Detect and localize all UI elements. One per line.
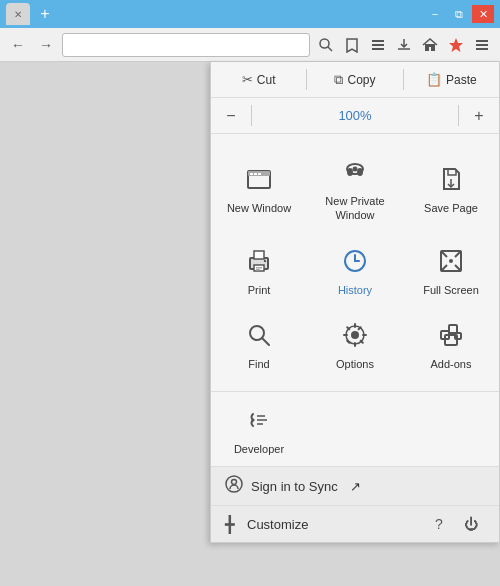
cut-icon: ✂	[242, 72, 253, 87]
history-item[interactable]: History	[307, 233, 403, 307]
star-icon[interactable]	[444, 33, 468, 57]
options-icon	[337, 317, 373, 353]
full-screen-item[interactable]: Full Screen	[403, 233, 499, 307]
window-controls: − ⧉ ✕	[424, 5, 494, 23]
url-bar[interactable]	[62, 33, 310, 57]
menu-icon[interactable]	[470, 33, 494, 57]
svg-rect-4	[372, 48, 384, 50]
print-icon	[241, 243, 277, 279]
find-icon	[241, 317, 277, 353]
history-icon	[337, 243, 373, 279]
svg-point-16	[357, 168, 363, 176]
svg-point-37	[252, 419, 255, 422]
full-screen-label: Full Screen	[423, 283, 479, 297]
customize-label: Customize	[247, 517, 417, 532]
cut-button[interactable]: ✂ Cut	[211, 62, 306, 97]
customize-right-buttons: ? ⏻	[425, 510, 485, 538]
svg-rect-24	[256, 269, 260, 271]
cursor-icon: ↗	[350, 479, 361, 494]
new-tab-button[interactable]: +	[34, 3, 56, 25]
new-window-item[interactable]: New Window	[211, 144, 307, 233]
save-page-icon	[433, 161, 469, 197]
edit-row: ✂ Cut ⧉ Copy 📋 Paste	[211, 62, 499, 98]
new-private-window-label: New PrivateWindow	[325, 194, 384, 223]
developer-row: Developer	[211, 392, 499, 467]
new-window-label: New Window	[227, 201, 291, 215]
full-screen-icon	[433, 243, 469, 279]
download-icon[interactable]	[392, 33, 416, 57]
page-content	[0, 62, 200, 586]
back-icon[interactable]: ←	[6, 33, 30, 57]
find-item[interactable]: Find	[211, 307, 307, 381]
find-label: Find	[248, 357, 269, 371]
svg-point-42	[232, 480, 237, 485]
svg-point-0	[320, 39, 329, 48]
svg-rect-23	[256, 267, 262, 269]
zoom-value: 100%	[252, 108, 458, 123]
copy-button[interactable]: ⧉ Copy	[307, 62, 402, 97]
svg-line-30	[262, 338, 269, 345]
svg-point-28	[449, 259, 453, 263]
signin-icon	[225, 475, 243, 497]
print-item[interactable]: Print	[211, 233, 307, 307]
print-label: Print	[248, 283, 271, 297]
developer-icon	[241, 402, 277, 438]
options-item[interactable]: Options	[307, 307, 403, 381]
dropdown-menu: ✂ Cut ⧉ Copy 📋 Paste − 100% +	[210, 62, 500, 543]
help-button[interactable]: ?	[425, 510, 453, 538]
svg-rect-7	[476, 44, 488, 46]
nav-bar: ← →	[0, 28, 500, 62]
svg-point-15	[347, 168, 353, 176]
icons-grid: New Window New PrivateWindow	[211, 134, 499, 392]
restore-button[interactable]: ⧉	[448, 5, 470, 23]
svg-rect-2	[372, 40, 384, 42]
svg-point-31	[351, 331, 359, 339]
svg-rect-6	[476, 40, 488, 42]
options-label: Options	[336, 357, 374, 371]
add-ons-icon	[433, 317, 469, 353]
signin-label: Sign in to Sync	[251, 479, 338, 494]
browser-tab[interactable]: ✕	[6, 3, 30, 25]
save-page-item[interactable]: Save Page	[403, 144, 499, 233]
nav-right-icons	[314, 33, 494, 57]
customize-plus-icon: ╋	[225, 515, 235, 534]
signin-row[interactable]: Sign in to Sync ↗	[211, 467, 499, 506]
tab-close-icon[interactable]: ✕	[14, 9, 22, 20]
add-ons-item[interactable]: Add-ons	[403, 307, 499, 381]
zoom-out-button[interactable]: −	[211, 98, 251, 133]
svg-rect-12	[254, 173, 257, 175]
home-icon[interactable]	[418, 33, 442, 57]
svg-rect-11	[250, 173, 253, 175]
svg-rect-21	[254, 251, 264, 259]
paste-icon: 📋	[426, 72, 442, 87]
svg-line-1	[328, 47, 332, 51]
svg-rect-13	[258, 173, 261, 175]
svg-rect-8	[476, 48, 488, 50]
customize-row[interactable]: ╋ Customize ? ⏻	[211, 506, 499, 542]
new-window-icon	[241, 161, 277, 197]
new-private-window-icon	[337, 154, 373, 190]
list-icon[interactable]	[366, 33, 390, 57]
svg-rect-3	[372, 44, 384, 46]
new-private-window-item[interactable]: New PrivateWindow	[307, 144, 403, 233]
forward-icon[interactable]: →	[34, 33, 58, 57]
developer-item[interactable]: Developer	[211, 392, 307, 466]
svg-point-17	[353, 167, 358, 172]
zoom-row: − 100% +	[211, 98, 499, 134]
save-page-label: Save Page	[424, 201, 478, 215]
history-label: History	[338, 283, 372, 297]
close-button[interactable]: ✕	[472, 5, 494, 23]
svg-marker-5	[449, 38, 463, 52]
paste-button[interactable]: 📋 Paste	[404, 62, 499, 97]
title-bar: ✕ + − ⧉ ✕	[0, 0, 500, 28]
svg-point-25	[264, 259, 266, 261]
minimize-button[interactable]: −	[424, 5, 446, 23]
bookmark-icon[interactable]	[340, 33, 364, 57]
add-ons-label: Add-ons	[431, 357, 472, 371]
search-icon[interactable]	[314, 33, 338, 57]
svg-rect-33	[449, 325, 457, 333]
developer-label: Developer	[234, 442, 284, 456]
zoom-in-button[interactable]: +	[459, 98, 499, 133]
power-button[interactable]: ⏻	[457, 510, 485, 538]
copy-icon: ⧉	[334, 72, 343, 88]
